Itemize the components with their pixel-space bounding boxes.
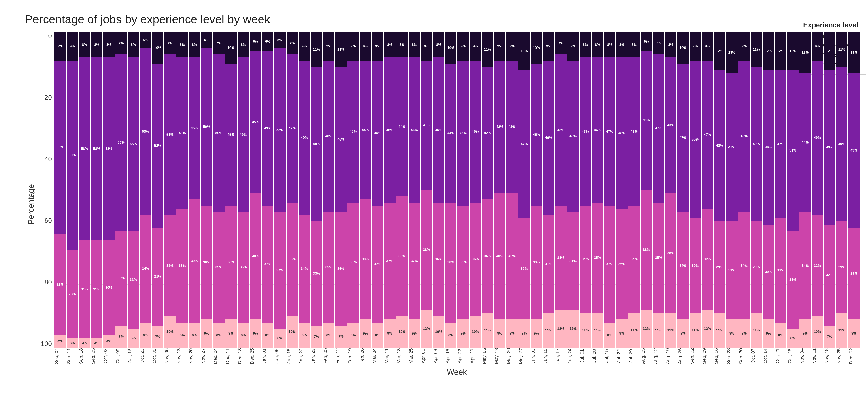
intermediate-bar-label: 29% — [716, 265, 723, 269]
bar-group: 9%34%48%9% — [738, 32, 750, 348]
intermediate-segment: 39% — [189, 199, 200, 323]
senior-bar-label: 49% — [814, 136, 821, 140]
senior-segment: 49% — [751, 67, 762, 221]
bar-group: 9%40%42%9% — [494, 32, 505, 348]
expert-segment: 8% — [592, 32, 603, 57]
x-tick: Nov, 25 — [836, 348, 847, 366]
bar-group: 11%36%42%11% — [482, 32, 493, 348]
x-tick: Jul, 22 — [616, 348, 627, 366]
intermediate-bar-label: 38% — [362, 257, 369, 261]
junior-bar-label: 9% — [680, 331, 686, 336]
senior-bar-label: 56% — [118, 140, 125, 145]
senior-bar-label: 44% — [643, 118, 650, 123]
expert-segment: 11% — [751, 32, 762, 67]
x-tick: Oct, 23 — [140, 348, 151, 366]
x-tick: Feb, 05 — [323, 348, 334, 366]
senior-bar-label: 47% — [631, 130, 638, 134]
intermediate-segment: 31% — [152, 228, 163, 326]
bar-group: 11%34%47%8% — [580, 32, 591, 348]
junior-bar-label: 9% — [363, 331, 368, 336]
expert-segment: 10% — [225, 32, 237, 64]
expert-bar-label: 8% — [436, 43, 441, 47]
intermediate-bar-label: 34% — [582, 257, 589, 261]
senior-segment: 48% — [567, 61, 579, 212]
junior-bar-label: 6% — [790, 336, 796, 340]
senior-bar-label: 49% — [850, 149, 858, 153]
expert-bar-label: 9% — [546, 44, 551, 49]
intermediate-bar-label: 36% — [472, 257, 479, 261]
junior-bar-label: 6% — [277, 336, 283, 340]
expert-bar-label: 9% — [363, 44, 368, 49]
senior-bar-label: 44% — [447, 131, 455, 135]
junior-bar-label: 9% — [619, 331, 625, 336]
expert-segment: 8% — [177, 32, 188, 57]
expert-bar-label: 13% — [850, 51, 858, 55]
expert-segment: 12% — [787, 32, 799, 70]
expert-bar-label: 9% — [570, 44, 576, 49]
expert-bar-label: 9% — [509, 44, 515, 49]
bar-group: 6%37%52%5% — [274, 32, 286, 348]
x-tick: Jan, 08 — [274, 348, 285, 366]
intermediate-bar-label: 35% — [215, 265, 222, 269]
x-tick: Nov, 04 — [799, 348, 811, 366]
intermediate-segment: 36% — [286, 202, 298, 316]
senior-bar-label: 51% — [166, 133, 174, 137]
bar-group: 8%38%44%10% — [445, 32, 457, 348]
senior-segment: 47% — [580, 57, 591, 206]
junior-bar-label: 9% — [387, 331, 393, 336]
intermediate-bar-label: 37% — [276, 268, 283, 273]
expert-bar-label: 9% — [375, 44, 380, 49]
x-tick: Dec, 04 — [213, 348, 224, 366]
bar-group: 9%40%45%6% — [250, 32, 261, 348]
expert-segment: 8% — [616, 32, 627, 57]
intermediate-bar-label: 31% — [569, 259, 577, 263]
bar-group: 3%31%58%8% — [79, 32, 90, 348]
intermediate-segment: 40% — [250, 193, 261, 319]
intermediate-segment: 31% — [543, 215, 554, 313]
x-tick: Sep, 23 — [726, 348, 737, 366]
bar-group: 11%29%49%11% — [751, 32, 762, 348]
junior-bar-label: 8% — [778, 333, 783, 337]
senior-segment: 55% — [54, 61, 66, 234]
intermediate-bar-label: 32% — [704, 257, 711, 261]
x-tick: Jul, 29 — [628, 348, 640, 366]
expert-bar-label: 9% — [461, 44, 466, 49]
x-tick: Oct, 09 — [115, 348, 126, 366]
bar-group: 3%28%60%9% — [66, 32, 78, 348]
expert-segment: 7% — [164, 32, 176, 54]
junior-segment: 12% — [421, 310, 432, 348]
expert-bar-label: 11% — [838, 47, 845, 52]
intermediate-segment: 34% — [738, 212, 750, 319]
intermediate-segment: 33% — [311, 221, 322, 325]
intermediate-bar-label: 31% — [545, 262, 552, 266]
intermediate-segment: 36% — [482, 199, 493, 313]
expert-segment: 9% — [372, 32, 383, 61]
x-tick: Nov, 20 — [188, 348, 199, 366]
intermediate-segment: 36% — [531, 205, 542, 319]
intermediate-bar-label: 35% — [618, 262, 625, 266]
senior-bar-label: 50% — [203, 125, 210, 129]
intermediate-segment: 30% — [103, 241, 115, 335]
senior-segment: 44% — [396, 57, 408, 196]
intermediate-bar-label: 32% — [814, 264, 821, 268]
senior-bar-label: 47% — [606, 130, 613, 134]
x-tick: Aug, 12 — [653, 348, 664, 366]
junior-bar-label: 10% — [398, 330, 405, 334]
expert-bar-label: 8% — [583, 43, 588, 47]
bar-group: 12%31%48%9% — [567, 32, 579, 348]
x-tick: Sep, 18 — [79, 348, 90, 366]
bar-group: 9%36%45%10% — [225, 32, 237, 348]
expert-bar-label: 9% — [693, 44, 698, 49]
bar-group: 12%33%48%7% — [555, 32, 566, 348]
junior-bar-label: 8% — [375, 333, 380, 337]
expert-segment: 8% — [628, 32, 640, 57]
senior-segment: 46% — [372, 61, 383, 205]
senior-bar-label: 52% — [276, 128, 283, 132]
intermediate-segment: 32% — [824, 225, 835, 326]
expert-bar-label: 9% — [742, 44, 747, 49]
x-tick: Sep, 30 — [738, 348, 750, 366]
x-tick: Mar, 11 — [384, 348, 395, 366]
expert-segment: 12% — [714, 32, 725, 70]
intermediate-bar-label: 35% — [655, 256, 662, 260]
bar-group: 10%32%49%9% — [812, 32, 823, 348]
